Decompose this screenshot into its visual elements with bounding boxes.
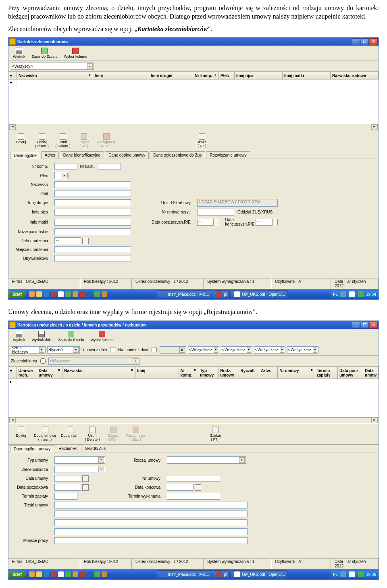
filter-w1[interactable]: <Wszystkie>▼ [188,346,219,354]
col-nrkomp[interactable]: Nr komp.⇕ [179,367,198,379]
quicklaunch-icon[interactable] [36,571,42,577]
taskbar-item-pl[interactable]: pl [213,290,230,298]
taskbar-item-word[interactable]: Instr_Place.doc - Mic... [157,570,212,578]
quicklaunch-icon[interactable] [94,291,100,297]
inp-datapocz[interactable]: - - [197,219,214,226]
inp-datakon[interactable]: - - [256,219,272,226]
filter-combo[interactable]: <Wszyscy>▼ [11,63,94,70]
col-plec[interactable]: Płeć [219,72,235,79]
quicklaunch-icon[interactable] [102,291,107,297]
col-indicator[interactable]: ▾ [8,72,17,79]
tab-skladki-zus[interactable]: Składki Zus [81,445,109,452]
quicklaunch-icon[interactable] [36,291,42,297]
quicklaunch-icon[interactable] [80,291,85,297]
quicklaunch-icon[interactable] [73,291,78,297]
tab-rozwiazanie-umowy[interactable]: Rozwiązanie umowy [206,151,250,159]
inp-imie[interactable] [54,190,131,197]
scroll-right-icon[interactable]: ► [371,124,378,130]
col-nazwisko-rodowe[interactable]: Nazwisko rodowe [331,72,379,79]
quicklaunch-icon[interactable] [58,291,64,297]
delete-button[interactable]: Usuń( Delete ) [82,425,102,443]
scroll-left-icon[interactable]: ◄ [9,124,16,130]
edit-button[interactable]: Edytuj [11,132,31,149]
tab-dane-identyfikacyjne[interactable]: Dane identyfikacyjne [60,151,104,159]
horizontal-scrollbar[interactable]: ◄ ► [8,417,379,423]
col-imie-drugie[interactable]: Imię drugie [149,72,193,79]
quicklaunch-icon[interactable] [94,571,100,577]
grid-body[interactable]: ▸ [8,379,379,417]
taskbar-item-openoffice[interactable]: OP_UKS.odt - OpenO... [231,570,288,578]
inp-plec[interactable]: ▾ [54,172,69,179]
lang-indicator[interactable]: PL [333,572,338,577]
col-data-umow[interactable]: Data umow [363,367,379,379]
quicklaunch-icon[interactable] [65,571,71,577]
maximize-button[interactable]: ❐ [361,322,369,329]
filter-rok[interactable]: <Rok bieżący>▼ [11,346,46,354]
col-nazwisko[interactable]: Nazwisko⇕ [62,367,135,379]
add-umowa-button[interactable]: Dodaj umowę( Insert ) [32,425,58,443]
maximize-button[interactable]: ❐ [361,38,369,45]
inp-imie-matki[interactable] [54,219,131,226]
taskbar-item-word[interactable]: Instr_Place.doc - Mic... [157,290,212,298]
tab-adres[interactable]: Adres [41,151,59,159]
tray-icon[interactable] [358,291,364,297]
inp-nazwisko[interactable] [54,181,131,188]
col-data-umowy[interactable]: Data umowy⇕ [37,367,62,379]
col-data-pocz[interactable]: Data pocz. umowy [338,367,363,379]
inp-tresc-4[interactable] [54,528,248,535]
col-umowa-rach[interactable]: Umowa rach. [17,367,37,379]
quicklaunch-icon[interactable] [65,291,71,297]
inp-tresc-2[interactable] [54,511,248,517]
inp-miejsce-pracy[interactable] [54,537,248,544]
tab-rachunek[interactable]: Rachunek [55,445,80,452]
quicklaunch-icon[interactable] [73,571,78,577]
col-imie[interactable]: Imię [93,72,149,79]
inp-nr-umowy[interactable] [167,475,220,482]
add-button[interactable]: Dodaj( Insert ) [32,132,52,149]
quicklaunch-icon[interactable] [29,291,35,297]
col-imie-matki[interactable]: Imię matki [283,72,331,79]
quicklaunch-icon[interactable] [80,571,85,577]
filter-w2[interactable]: <Wszystkie>▼ [221,346,252,354]
inp-nrrenty[interactable] [197,209,234,216]
inp-termin-zaplaty[interactable] [54,493,77,500]
col-zatw[interactable]: Zatw. [259,367,278,379]
filter-miesiac[interactable]: Styczeń▼ [47,346,80,354]
quicklaunch-icon[interactable] [44,571,49,577]
calendar-icon[interactable] [274,219,278,225]
quicklaunch-icon[interactable] [51,571,56,577]
search-button[interactable]: Szukaj( F7 ) [205,425,225,443]
columns-button[interactable]: Wybór kolumn [87,330,116,343]
print-button[interactable]: Wydruk [10,330,28,343]
inp-imie-ojca[interactable] [54,209,131,216]
minimize-button[interactable]: _ [352,38,360,45]
quicklaunch-icon[interactable] [87,291,93,297]
calendar-icon[interactable] [215,219,219,225]
horizontal-scrollbar[interactable]: ◄ ► [8,124,379,130]
inp-imie-drugie[interactable] [54,199,131,206]
tab-dane-ogolne-umowy[interactable]: Dane ogólne umowy [10,445,54,452]
print-button[interactable]: Wydruk [10,46,28,60]
inp-data-pocz[interactable]: - - [54,484,81,491]
quicklaunch-icon[interactable] [29,571,35,577]
calendar-icon[interactable] [82,484,89,491]
lang-indicator[interactable]: PL [333,292,338,297]
tab-dane-ogolne-umowy[interactable]: Dane ogólne umowy [105,151,149,159]
taskbar-item-openoffice[interactable]: OP_UKS.odt - OpenO... [231,290,288,298]
inp-nazwpan[interactable] [54,228,131,235]
edit-button[interactable]: Edytuj [11,425,31,443]
tray-icon[interactable] [340,571,346,577]
quicklaunch-icon[interactable] [102,571,107,577]
filter-w4[interactable]: <Wszystkie>▼ [287,346,318,354]
start-button[interactable]: Start [8,571,26,578]
col-ryczalt[interactable]: Ryczałt [239,367,259,379]
minimize-button[interactable]: _ [352,322,360,329]
quicklaunch-icon[interactable] [87,571,93,577]
tab-dane-zgloszeniowe-zus[interactable]: Dane zgłoszeniowe do Zus [150,151,205,159]
inp-dataur[interactable]: - - [54,237,81,244]
add-rachunek-button[interactable]: Dodaj rach. [59,425,81,443]
chk-rachunek[interactable] [152,347,157,352]
calendar-icon[interactable] [82,475,89,482]
inp-termin-wykonania[interactable] [167,493,220,500]
taskbar-item-pl[interactable]: pl [213,570,230,578]
